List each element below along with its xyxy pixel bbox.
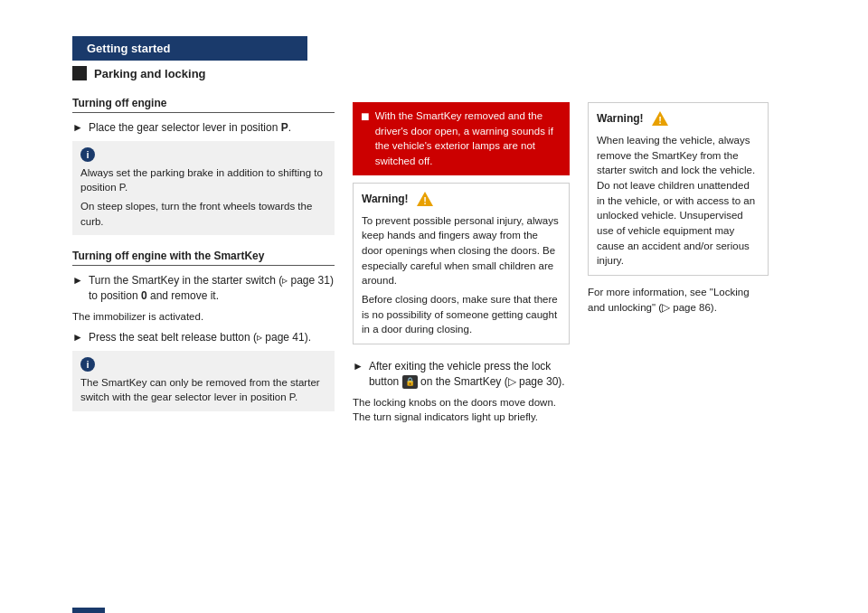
svg-text:!: ! xyxy=(423,195,427,206)
warning-triangle-icon-2: ! xyxy=(651,109,669,127)
red-warning-box: ■ With the SmartKey removed and the driv… xyxy=(353,102,570,175)
page-number: 52 xyxy=(72,608,105,613)
bullet-arrow-icon-2: ► xyxy=(72,274,83,287)
warning-header-1: Warning! ! xyxy=(362,190,561,208)
bullet-exit-text-after: on the SmartKey (▷ page 30). xyxy=(420,375,565,388)
content-area: Turning off engine ► Place the gear sele… xyxy=(72,97,796,430)
bullet-gear-text: Place the gear selector lever in positio… xyxy=(89,120,291,136)
bullet-arrow-icon-3: ► xyxy=(72,331,83,344)
warning-label-1: Warning! xyxy=(362,193,409,205)
warning-box-1: Warning! ! To prevent possible personal … xyxy=(353,183,570,344)
bullet-seatbelt-text: Press the seat belt release button (▹ pa… xyxy=(89,330,311,345)
warning-label-2: Warning! xyxy=(597,112,644,125)
subsection-turning-off: Turning off engine xyxy=(72,97,335,113)
info-icon-1: i xyxy=(80,147,95,162)
bullet-arrow-icon-4: ► xyxy=(353,360,363,373)
more-info-text: For more information, see "Locking and u… xyxy=(588,285,769,315)
immobilizer-text: The immobilizer is activated. xyxy=(72,309,335,325)
page-container: Getting started Parking and locking Turn… xyxy=(0,36,868,613)
warning-box-2: Warning! ! When leaving the vehicle, alw… xyxy=(588,102,769,276)
left-column: Turning off engine ► Place the gear sele… xyxy=(72,97,335,430)
bullet-seatbelt: ► Press the seat belt release button (▹ … xyxy=(72,330,335,345)
bullet-exit-text: After exiting the vehicle press the lock… xyxy=(369,359,570,390)
warning-text-1b: Before closing doors, make sure that the… xyxy=(362,292,561,337)
bullet-after-exit: ► After exiting the vehicle press the lo… xyxy=(353,359,570,390)
lock-icon: 🔒 xyxy=(402,375,418,389)
warning-triangle-icon-1: ! xyxy=(416,190,434,208)
section-header-text: Getting started xyxy=(87,42,170,55)
right-column: Warning! ! When leaving the vehicle, alw… xyxy=(588,97,769,430)
bullet-arrow-icon: ► xyxy=(72,121,83,134)
info-box-1: i Always set the parking brake in additi… xyxy=(72,141,335,236)
svg-text:!: ! xyxy=(658,115,662,126)
info-box-2: i The SmartKey can only be removed from … xyxy=(72,351,335,411)
bullet-smartkey-text: Turn the SmartKey in the starter switch … xyxy=(89,273,335,304)
warning-text-1a: To prevent possible personal injury, alw… xyxy=(362,213,561,288)
mid-column: ■ With the SmartKey removed and the driv… xyxy=(353,97,570,430)
warning-text-2: When leaving the vehicle, always remove … xyxy=(597,133,760,269)
warning-header-2: Warning! ! xyxy=(597,109,760,127)
subsection-title: Parking and locking xyxy=(94,67,206,80)
info-box-2-text: The SmartKey can only be removed from th… xyxy=(80,375,326,405)
section-header: Getting started xyxy=(72,36,307,61)
red-warning-icon: ■ xyxy=(361,108,370,125)
bullet-gear-selector: ► Place the gear selector lever in posit… xyxy=(72,120,335,136)
info-box-1-text1: Always set the parking brake in addition… xyxy=(80,165,326,195)
locking-text: The locking knobs on the doors move down… xyxy=(353,395,570,425)
subsection-title-row: Parking and locking xyxy=(72,66,307,80)
red-warning-text: With the SmartKey removed and the driver… xyxy=(375,108,561,169)
subsection-smartkey: Turning off engine with the SmartKey xyxy=(72,250,335,266)
info-icon-2: i xyxy=(80,357,95,372)
black-square-icon xyxy=(72,66,87,80)
bullet-turn-smartkey: ► Turn the SmartKey in the starter switc… xyxy=(72,273,335,304)
info-box-1-text2: On steep slopes, turn the front wheels t… xyxy=(80,199,326,229)
